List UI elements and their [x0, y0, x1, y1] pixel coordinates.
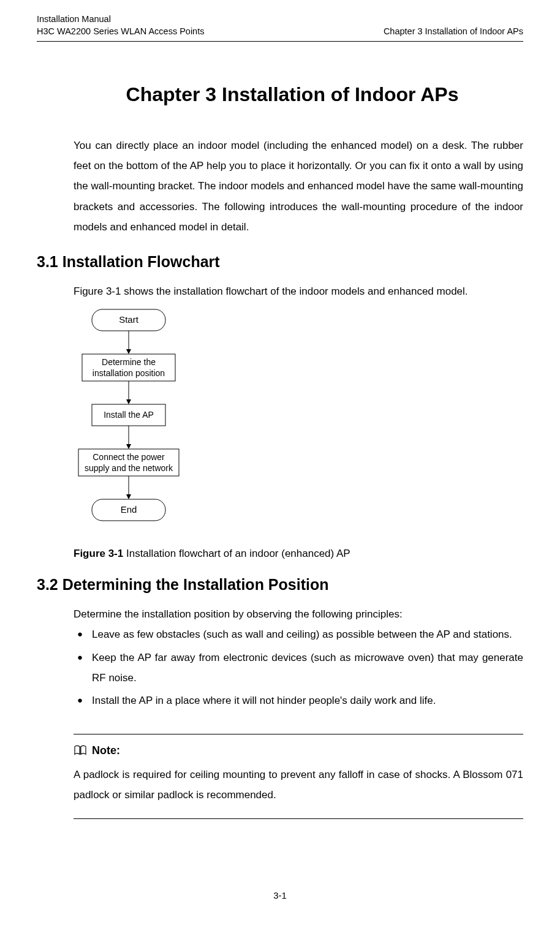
chapter-title: Chapter 3 Installation of Indoor APs — [61, 83, 523, 106]
figure-caption-text: Installation flowchart of an indoor (enh… — [123, 548, 350, 559]
bullet-text-1: Leave as few obstacles (such as wall and… — [92, 624, 523, 644]
flowchart-step3-line1: Connect the power — [93, 452, 165, 462]
arrow-down-icon — [126, 494, 131, 499]
flowchart-start-text: Start — [119, 314, 139, 325]
flowchart-step1-line2: installation position — [93, 368, 165, 378]
flowchart-step2-text: Install the AP — [104, 410, 154, 420]
header-chapter-label: Chapter 3 Installation of Indoor APs — [384, 26, 523, 38]
page-header: Installation Manual H3C WA2200 Series WL… — [37, 0, 523, 42]
bullet-text-2: Keep the AP far away from electronic dev… — [92, 648, 523, 688]
header-product-series: H3C WA2200 Series WLAN Access Points — [37, 26, 204, 38]
note-text: A padlock is required for ceiling mounti… — [74, 765, 523, 805]
flowchart-step3-line2: supply and the network — [85, 463, 173, 473]
note-title-row: Note: — [74, 744, 523, 757]
installation-flowchart: Start Determine the installation positio… — [74, 306, 523, 539]
flowchart-end-text: End — [121, 504, 137, 515]
bullet-text-3: Install the AP in a place where it will … — [92, 690, 523, 711]
header-left-block: Installation Manual H3C WA2200 Series WL… — [37, 13, 204, 37]
note-box: Note: A padlock is required for ceiling … — [74, 734, 523, 819]
bullet-icon: ● — [74, 624, 92, 644]
figure-label: Figure 3-1 — [74, 548, 123, 559]
list-item: ● Leave as few obstacles (such as wall a… — [74, 624, 523, 644]
bullet-icon: ● — [74, 690, 92, 710]
arrow-down-icon — [126, 444, 131, 449]
section-3-2-intro: Determine the installation position by o… — [74, 605, 523, 624]
page-number: 3-1 — [0, 890, 560, 900]
arrow-down-icon — [126, 399, 131, 404]
list-item: ● Install the AP in a place where it wil… — [74, 690, 523, 711]
list-item: ● Keep the AP far away from electronic d… — [74, 648, 523, 688]
arrow-down-icon — [126, 349, 131, 354]
bullet-icon: ● — [74, 648, 92, 667]
note-label: Note: — [92, 744, 120, 757]
section-3-1-heading: 3.1 Installation Flowchart — [37, 253, 523, 271]
figure-3-1-caption: Figure 3-1 Installation flowchart of an … — [74, 548, 523, 560]
intro-paragraph: You can directly place an indoor model (… — [74, 135, 523, 237]
section-3-2-heading: 3.2 Determining the Installation Positio… — [37, 576, 523, 594]
book-icon — [74, 745, 87, 756]
flowchart-step1-line1: Determine the — [102, 357, 156, 367]
figure-3-1-reference: Figure 3-1 shows the installation flowch… — [74, 282, 523, 301]
header-manual-title: Installation Manual — [37, 13, 204, 26]
principles-list: ● Leave as few obstacles (such as wall a… — [74, 624, 523, 711]
